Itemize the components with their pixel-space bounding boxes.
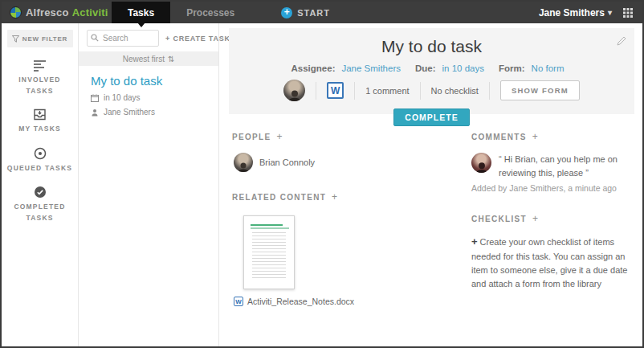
sidebar-item-involved-tasks[interactable]: INVOLVED TASKS xyxy=(6,59,74,96)
due-value[interactable]: in 10 days xyxy=(442,63,484,73)
sort-label: Newest first xyxy=(123,55,165,63)
comments-header-label: COMMENTS xyxy=(471,133,527,141)
detail-left-column: PEOPLE + Brian Connoly RELATED CONTENT + xyxy=(232,131,471,306)
people-section-header: PEOPLE + xyxy=(232,131,471,142)
divider xyxy=(489,82,490,100)
add-person-button[interactable]: + xyxy=(276,131,283,142)
user-name: Jane Smithers xyxy=(539,7,605,18)
checklist-section-header: CHECKLIST + xyxy=(471,213,631,224)
task-item-title: My to do task xyxy=(91,74,218,88)
detail-body: PEOPLE + Brian Connoly RELATED CONTENT + xyxy=(219,114,642,306)
divider xyxy=(316,82,316,100)
assignee-avatar[interactable] xyxy=(283,80,305,101)
task-detail-header: My to do task Assignee: Jane Smithers Du… xyxy=(229,28,634,114)
file-name: Activiti_Release_Notes.docx xyxy=(247,297,354,306)
task-item-assignee-text: Jane Smithers xyxy=(104,108,155,117)
filter-icon xyxy=(12,35,19,43)
due-label: Due: xyxy=(415,63,436,73)
tab-processes[interactable]: Processes xyxy=(170,2,251,23)
sidebar: NEW FILTER INVOLVED TASKS MY TASKS QUEUE… xyxy=(2,23,79,346)
task-widget-row: W 1 comment No checklist SHOW FORM xyxy=(229,80,634,101)
content: NEW FILTER INVOLVED TASKS MY TASKS QUEUE… xyxy=(2,23,642,346)
calendar-icon xyxy=(91,94,99,102)
user-menu[interactable]: Jane Smithers ▾ xyxy=(539,7,612,18)
checklist-empty-body: Create your own checklist of items neede… xyxy=(471,237,627,289)
app-window: Alfresco Activiti Tasks Processes + STAR… xyxy=(0,0,644,348)
list-icon xyxy=(33,59,47,72)
brand-secondary: Activiti xyxy=(72,6,108,18)
comment-item: “ Hi Brian, can you help me on reviewing… xyxy=(471,153,631,179)
assignee-label: Assignee: xyxy=(291,63,336,73)
new-filter-button[interactable]: NEW FILTER xyxy=(7,30,73,47)
person-avatar xyxy=(234,153,253,172)
plus-circle-icon: + xyxy=(281,7,292,18)
search-row: + CREATE TASK xyxy=(79,23,218,51)
sort-arrows-icon: ⇅ xyxy=(168,55,174,63)
document-thumbnail[interactable] xyxy=(243,215,295,289)
target-icon xyxy=(34,147,47,160)
assignee-value[interactable]: Jane Smithers xyxy=(341,63,401,73)
apps-grid-icon[interactable] xyxy=(623,8,633,18)
task-title: My to do task xyxy=(229,28,634,56)
sidebar-item-label: COMPLETED TASKS xyxy=(6,202,74,223)
comment-meta: Added by Jane Smithers, a minute ago xyxy=(471,183,631,193)
divider xyxy=(420,82,421,100)
word-doc-badge[interactable]: W xyxy=(327,82,344,99)
start-label: START xyxy=(297,8,330,18)
related-content-section-header: RELATED CONTENT + xyxy=(232,191,471,203)
checklist-empty-text: +Create your own checklist of items need… xyxy=(471,234,631,291)
sidebar-item-completed-tasks[interactable]: COMPLETED TASKS xyxy=(6,186,74,223)
sidebar-item-my-tasks[interactable]: MY TASKS xyxy=(6,108,74,135)
people-header-label: PEOPLE xyxy=(232,133,271,141)
check-circle-icon xyxy=(34,186,47,199)
start-button[interactable]: + START xyxy=(281,7,330,18)
task-item-assignee: Jane Smithers xyxy=(91,108,218,117)
sidebar-item-label: INVOLVED TASKS xyxy=(6,75,74,96)
comment-text: “ Hi Brian, can you help me on reviewing… xyxy=(499,153,631,179)
form-label: Form: xyxy=(499,63,525,73)
comment-count[interactable]: 1 comment xyxy=(365,86,409,96)
new-filter-label: NEW FILTER xyxy=(22,35,67,43)
task-detail-panel: My to do task Assignee: Jane Smithers Du… xyxy=(219,23,642,346)
topbar: Alfresco Activiti Tasks Processes + STAR… xyxy=(2,2,642,23)
sidebar-item-queued-tasks[interactable]: QUEUED TASKS xyxy=(6,147,74,174)
person-icon xyxy=(91,108,99,117)
complete-button[interactable]: COMPLETE xyxy=(393,108,469,126)
task-list-item[interactable]: My to do task in 10 days Jane Smithers xyxy=(79,66,218,126)
chevron-down-icon: ▾ xyxy=(608,8,612,17)
plus-icon: + xyxy=(165,35,170,43)
file-row[interactable]: W Activiti_Release_Notes.docx xyxy=(234,297,471,306)
divider xyxy=(354,82,355,100)
comments-section-header: COMMENTS + xyxy=(471,131,631,142)
topbar-right: Jane Smithers ▾ xyxy=(539,7,642,18)
search-icon xyxy=(91,34,99,42)
edit-pencil-icon[interactable] xyxy=(617,35,626,49)
comment-author-avatar xyxy=(471,153,491,173)
add-checklist-button[interactable]: + xyxy=(532,213,539,224)
inbox-icon xyxy=(33,108,47,121)
checklist-status[interactable]: No checklist xyxy=(431,86,479,96)
brand-logo[interactable]: Alfresco Activiti xyxy=(2,6,112,18)
sort-control[interactable]: Newest first ⇅ xyxy=(79,51,218,66)
task-meta-row: Assignee: Jane Smithers Due: in 10 days … xyxy=(229,63,634,73)
detail-right-column: COMMENTS + “ Hi Brian, can you help me o… xyxy=(471,131,631,306)
show-form-button[interactable]: SHOW FORM xyxy=(500,80,580,100)
alfresco-logo-icon xyxy=(10,6,22,18)
tab-tasks[interactable]: Tasks xyxy=(112,2,170,23)
person-row[interactable]: Brian Connoly xyxy=(234,153,471,172)
add-comment-button[interactable]: + xyxy=(532,131,539,142)
plus-icon: + xyxy=(471,235,478,248)
add-content-button[interactable]: + xyxy=(332,191,338,203)
person-name: Brian Connoly xyxy=(259,158,315,167)
related-content-header-label: RELATED CONTENT xyxy=(232,193,326,202)
brand-primary: Alfresco xyxy=(26,6,69,18)
sidebar-item-label: MY TASKS xyxy=(18,124,61,135)
word-file-icon: W xyxy=(234,297,243,306)
checklist-header-label: CHECKLIST xyxy=(471,215,527,223)
sidebar-item-label: QUEUED TASKS xyxy=(7,163,72,174)
form-value[interactable]: No form xyxy=(532,63,565,73)
checklist-section: CHECKLIST + +Create your own checklist o… xyxy=(471,213,631,291)
search-wrap xyxy=(87,30,159,47)
task-item-due: in 10 days xyxy=(91,93,218,102)
task-list-panel: + CREATE TASK Newest first ⇅ My to do ta… xyxy=(79,23,219,346)
